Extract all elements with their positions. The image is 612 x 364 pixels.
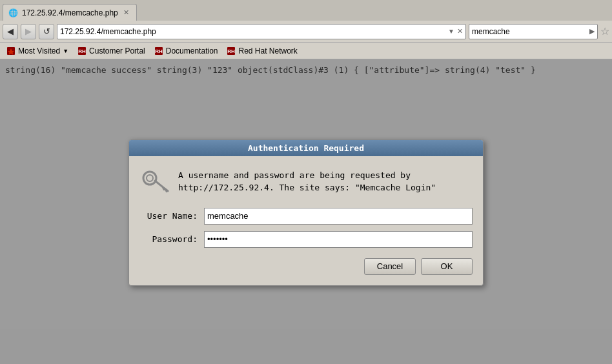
password-input[interactable]: [204, 231, 473, 248]
svg-text:RH: RH: [155, 48, 163, 54]
svg-point-8: [143, 172, 156, 185]
back-button[interactable]: ◀: [3, 24, 18, 39]
bookmark-documentation[interactable]: RH Documentation: [150, 45, 222, 57]
customer-portal-icon: RH: [77, 46, 87, 56]
documentation-icon: RH: [154, 46, 163, 56]
bookmark-red-hat-network[interactable]: RH Red Hat Network: [223, 45, 301, 57]
bookmark-most-visited-arrow: ▼: [63, 48, 68, 54]
auth-dialog: Authentication Required A username and p…: [128, 139, 484, 286]
address-dropdown-icon[interactable]: ▼: [448, 28, 454, 35]
username-input[interactable]: [204, 208, 473, 225]
modal-overlay: Authentication Required A username and p…: [0, 60, 612, 364]
browser-chrome: 🌐 172.25.92.4/memcache.php ✕ ◀ ▶ ↺ ▼ ✕ ▶…: [0, 0, 612, 60]
bookmark-customer-portal-label: Customer Portal: [89, 46, 145, 56]
dialog-title-bar: Authentication Required: [129, 140, 483, 156]
tab-bar: 🌐 172.25.92.4/memcache.php ✕: [0, 0, 612, 21]
forward-button[interactable]: ▶: [21, 24, 36, 39]
red-hat-network-icon: RH: [227, 46, 236, 56]
tab-favicon: 🌐: [8, 8, 18, 17]
dialog-body: A username and password are being reques…: [129, 156, 483, 285]
bookmark-red-hat-network-label: Red Hat Network: [238, 46, 297, 56]
address-input[interactable]: [60, 27, 445, 36]
bookmark-documentation-label: Documentation: [166, 46, 218, 56]
dialog-header: A username and password are being reques…: [139, 167, 473, 197]
svg-point-9: [147, 175, 153, 181]
username-label: User Name:: [139, 211, 204, 221]
dialog-message: A username and password are being reques…: [178, 167, 473, 194]
search-go-icon[interactable]: ▶: [589, 27, 595, 35]
password-row: Password:: [139, 231, 473, 248]
key-icon: [139, 167, 170, 197]
refresh-button[interactable]: ↺: [39, 24, 54, 39]
nav-bar: ◀ ▶ ↺ ▼ ✕ ▶ ☆: [0, 21, 612, 43]
dialog-title: Authentication Required: [248, 143, 364, 153]
search-input[interactable]: [472, 27, 587, 36]
password-label: Password:: [139, 234, 204, 244]
bookmark-customer-portal[interactable]: RH Customer Portal: [74, 45, 149, 57]
ok-button[interactable]: OK: [421, 258, 473, 275]
svg-text:RH: RH: [228, 48, 236, 54]
dialog-buttons: Cancel OK: [139, 256, 473, 275]
bookmark-most-visited[interactable]: Most Visited ▼: [3, 45, 72, 57]
address-clear-icon[interactable]: ✕: [457, 27, 463, 35]
address-bar: ▼ ✕: [57, 24, 466, 39]
browser-tab[interactable]: 🌐 172.25.92.4/memcache.php ✕: [3, 4, 137, 21]
bookmarks-bar: Most Visited ▼ RH Customer Portal RH Doc…: [0, 43, 612, 59]
tab-title: 172.25.92.4/memcache.php: [22, 8, 118, 17]
most-visited-icon: [6, 46, 15, 56]
page-content: string(16) "memcache success" string(3) …: [0, 60, 612, 364]
bookmark-most-visited-label: Most Visited: [18, 46, 60, 56]
tab-close-button[interactable]: ✕: [122, 8, 131, 17]
username-row: User Name:: [139, 208, 473, 225]
svg-text:RH: RH: [78, 48, 86, 54]
cancel-button[interactable]: Cancel: [364, 258, 416, 275]
search-bar: ▶: [469, 24, 598, 39]
bookmark-star-icon[interactable]: ☆: [600, 25, 609, 37]
